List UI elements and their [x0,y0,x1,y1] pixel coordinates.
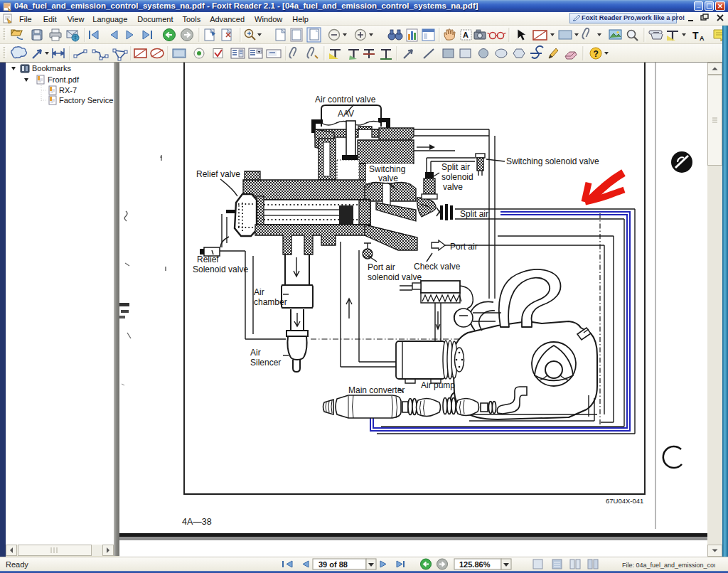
svg-text:Air control valve: Air control valve [315,95,376,105]
svg-text:Switching solenoid valve: Switching solenoid valve [506,156,599,166]
svg-text:Air: Air [250,348,261,358]
svg-text:4A—38: 4A—38 [182,517,212,527]
svg-text:solenoid valve: solenoid valve [368,272,422,282]
svg-text:Port air: Port air [450,242,478,252]
svg-text:Split air: Split air [460,209,488,219]
svg-text:Factory Service M: Factory Service M [59,96,114,105]
svg-text:Air: Air [254,287,264,297]
svg-text:Bookmarks: Bookmarks [32,64,72,73]
svg-text:Check valve: Check valve [414,262,461,272]
svg-text:Relief: Relief [197,255,219,264]
svg-text:chamber: chamber [254,297,287,307]
svg-text:solenoid: solenoid [441,172,473,182]
svg-text:A: A [700,35,705,42]
svg-text:Port air: Port air [368,262,395,272]
svg-text:Solenoid valve: Solenoid valve [193,264,248,274]
svg-text:valve: valve [443,182,463,192]
svg-text:Relief valve: Relief valve [196,169,240,179]
svg-text:Front.pdf: Front.pdf [48,75,80,84]
svg-text:T: T [692,30,699,41]
svg-text:Split air: Split air [441,162,470,172]
svg-text:RX-7: RX-7 [59,86,77,95]
svg-text:valve: valve [378,173,398,183]
svg-text:125.86%: 125.86% [459,560,491,569]
svg-text:Main converter: Main converter [348,385,405,395]
svg-text:67U04X-041: 67U04X-041 [606,497,643,505]
svg-text:Silencer: Silencer [250,358,281,368]
svg-text:?: ? [594,49,599,59]
svg-text:39 of 88: 39 of 88 [318,560,348,569]
svg-text:Air pump: Air pump [421,380,455,390]
svg-text:A: A [463,31,469,39]
svg-text:Switching: Switching [369,164,405,174]
